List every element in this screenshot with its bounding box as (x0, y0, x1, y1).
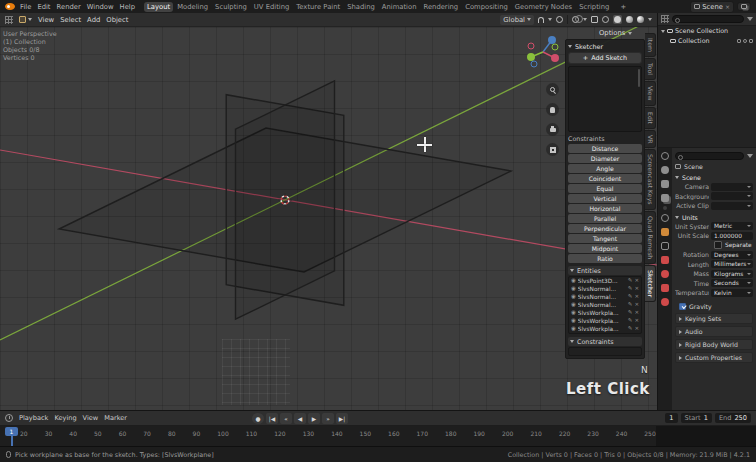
eye-icon[interactable]: ◉ (571, 278, 576, 284)
edit-entity-icon[interactable]: ✎ (628, 278, 633, 284)
playback-button[interactable]: » (322, 413, 334, 424)
eye-icon[interactable]: ◉ (571, 294, 576, 300)
entity-row[interactable]: ◉ SlvsNormal... ✎ × (569, 285, 641, 293)
proportional-editing-icon[interactable] (556, 16, 563, 23)
workspace-tab[interactable]: UV Editing (251, 2, 292, 12)
delete-entity-icon[interactable]: × (634, 278, 639, 284)
edit-entity-icon[interactable]: ✎ (628, 286, 633, 292)
constraint-button[interactable]: Ratio (568, 254, 642, 263)
delete-entity-icon[interactable]: × (634, 294, 639, 300)
entity-row[interactable]: ◉ SlvsWorkpla... ✎ × (569, 317, 641, 325)
playback-button[interactable]: ▶ (308, 413, 320, 424)
eye-icon[interactable]: ◉ (571, 326, 576, 332)
delete-entity-icon[interactable]: × (634, 326, 639, 332)
viewport-menu-item[interactable]: Object (106, 16, 128, 24)
property-field[interactable] (711, 183, 753, 191)
property-field[interactable]: Degrees (711, 251, 753, 259)
playhead[interactable]: 1 (5, 427, 18, 436)
constraint-button[interactable]: Horizontal (568, 204, 642, 213)
sidebar-tab[interactable]: Quad Remesh (645, 211, 656, 264)
property-field[interactable] (711, 192, 753, 200)
sidebar-tab[interactable]: Tool (645, 58, 656, 80)
current-frame-field[interactable]: 1 (665, 413, 677, 423)
entity-row[interactable]: ◉ SlvsNormal... ✎ × (569, 301, 641, 309)
sidebar-tab[interactable]: VR (645, 130, 656, 149)
blender-logo-icon[interactable] (5, 3, 15, 10)
unlink-scene-icon[interactable]: × (725, 3, 730, 10)
eye-icon[interactable]: ◉ (571, 310, 576, 316)
snap-magnet-icon[interactable] (538, 17, 544, 23)
autokey-record-icon[interactable]: ● (252, 413, 264, 424)
collapsed-panel-header[interactable]: Custom Properties (675, 352, 753, 363)
entity-row[interactable]: ◉ SlvsPoint3D... ✎ × (569, 277, 641, 285)
edit-entity-icon[interactable]: ✎ (628, 302, 633, 308)
constraint-button[interactable]: Equal (568, 184, 642, 193)
constraint-button[interactable]: Tangent (568, 234, 642, 243)
add-sketch-button[interactable]: + Add Sketch (568, 52, 642, 64)
toggle-projection-icon[interactable] (546, 143, 559, 156)
hide-eye-icon[interactable] (743, 39, 747, 43)
outliner-row-scene-collection[interactable]: Scene Collection (658, 26, 756, 36)
scene-selector[interactable]: Scene × (690, 1, 734, 13)
topbar-menu-item[interactable]: File (20, 3, 31, 11)
eye-icon[interactable]: ◉ (571, 286, 576, 292)
scrollbar[interactable] (638, 69, 640, 87)
workspace-tab[interactable]: Rendering (420, 2, 461, 12)
workspace-tab[interactable]: Sculpting (212, 2, 250, 12)
entity-row[interactable]: ◉ SlvsNormal... ✎ × (569, 293, 641, 301)
constraint-button[interactable]: Parallel (568, 214, 642, 223)
topbar-menu-item[interactable]: Edit (37, 3, 50, 11)
properties-tab-particles-icon[interactable] (661, 256, 669, 264)
units-panel-header[interactable]: Units (675, 213, 753, 222)
property-field[interactable]: Metric (711, 222, 753, 230)
outliner-search-input[interactable] (672, 15, 744, 23)
gizmo-z-axis[interactable] (548, 36, 556, 44)
gizmo-x-axis[interactable] (551, 54, 559, 62)
topbar-menu-item[interactable]: Render (57, 3, 81, 11)
delete-entity-icon[interactable]: × (634, 302, 639, 308)
edit-entity-icon[interactable]: ✎ (628, 326, 633, 332)
outliner-row-collection[interactable]: Collection (658, 36, 756, 46)
timeline-menu-item[interactable]: View (83, 414, 99, 422)
timeline-ruler[interactable]: 2030405060708090100110120130140150160170… (0, 426, 756, 446)
property-field[interactable]: Millimeters (711, 260, 753, 268)
delete-entity-icon[interactable]: × (634, 318, 639, 324)
collapsed-panel-header[interactable]: Audio (675, 326, 753, 337)
sidebar-tab[interactable]: Sketcher (645, 265, 656, 302)
properties-tab-scene-active[interactable] (663, 206, 667, 210)
property-field[interactable] (711, 202, 753, 210)
viewport-menu-item[interactable]: Add (87, 16, 100, 24)
timeline-editor-icon[interactable] (5, 414, 13, 422)
timeline-menu-item[interactable]: Marker (104, 414, 127, 422)
workspace-tab[interactable]: Modeling (174, 2, 211, 12)
properties-tab-object-icon[interactable] (661, 228, 669, 236)
sidebar-tab[interactable]: View (645, 81, 656, 106)
workspace-tab[interactable]: Shading (344, 2, 378, 12)
camera-view-icon[interactable] (546, 123, 559, 136)
entity-row[interactable]: ◉ SlvsWorkpla... ✎ × (569, 309, 641, 317)
viewport-menu-item[interactable]: Select (60, 16, 81, 24)
expand-icon[interactable] (661, 30, 665, 33)
property-field[interactable]: Separate (711, 241, 755, 249)
editor-type-icon[interactable] (5, 16, 13, 24)
timeline-menu-item[interactable]: Keying (54, 414, 76, 422)
workspace-tab[interactable]: Geometry Nodes (512, 2, 575, 12)
properties-tab-world-icon[interactable] (661, 214, 669, 222)
constraints-list[interactable] (568, 347, 642, 356)
properties-tab-physics-icon[interactable] (661, 270, 669, 278)
timeline-menu-item[interactable]: Playback (19, 414, 48, 422)
workspace-tab[interactable]: Layout (144, 2, 173, 12)
viewport[interactable]: User Perspective(1) CollectionObjects 0/… (0, 27, 657, 410)
sidebar-tab[interactable]: Screencast Keys (645, 149, 656, 210)
constraint-button[interactable]: Distance (568, 144, 642, 153)
constraint-button[interactable]: Angle (568, 164, 642, 173)
edit-entity-icon[interactable]: ✎ (628, 310, 633, 316)
add-workspace-button[interactable]: + (617, 2, 629, 12)
entity-row[interactable]: ◉ SlvsWorkpla... ✎ × (569, 325, 641, 333)
properties-tab-data-icon[interactable] (661, 298, 669, 306)
sketcher-panel-header[interactable]: Sketcher (568, 42, 642, 51)
snap-dropdown-icon[interactable] (548, 18, 552, 21)
workspace-tab[interactable]: Compositing (462, 2, 511, 12)
property-field[interactable]: Seconds (711, 279, 753, 287)
frame-start-field[interactable]: Start 1 (681, 413, 712, 423)
